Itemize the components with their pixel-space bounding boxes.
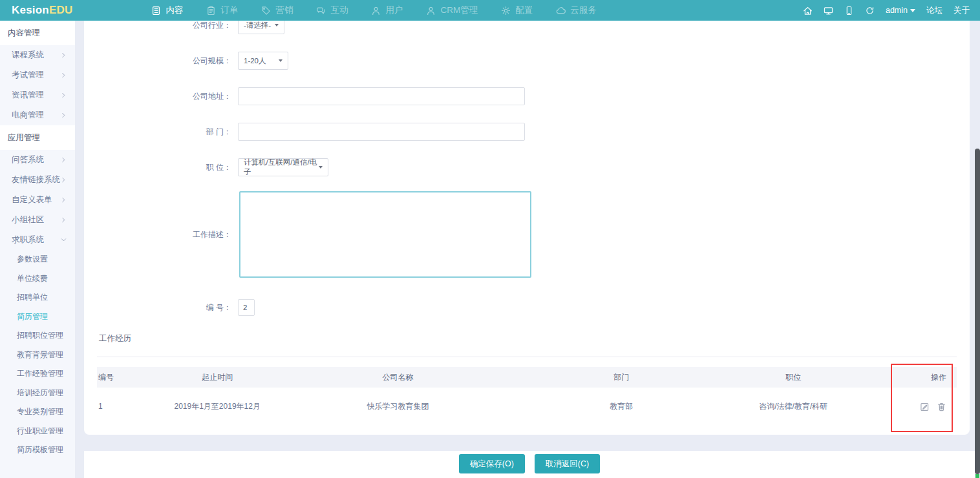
chevron-right-icon	[60, 92, 67, 99]
position-label: 职 位：	[84, 158, 231, 176]
table-header-cell-部门: 部门	[509, 372, 733, 383]
department-label: 部 门：	[84, 123, 231, 141]
sidebar-subitem-培训经历管理[interactable]: 培训经历管理	[0, 384, 75, 403]
chevron-right-icon	[60, 112, 67, 119]
resume-edit-panel: 公司行业： -请选择- 公司规模： 1-20人 公司地址： 部 门： 职 位： …	[84, 21, 970, 435]
nav-item-内容[interactable]: 内容	[151, 5, 183, 16]
table-header-cell-起止时间: 起止时间	[149, 372, 286, 383]
form-row-size: 公司规模： 1-20人	[84, 52, 970, 70]
form-row-department: 部 门：	[84, 123, 970, 141]
table-cell: 快乐学习教育集团	[286, 401, 510, 412]
table-header-cell-操作: 操作	[853, 372, 957, 383]
company-address-input[interactable]	[238, 87, 525, 105]
company-size-value: 1-20人	[244, 56, 266, 66]
nav-item-营销[interactable]: 营销	[261, 5, 293, 16]
job-description-textarea[interactable]	[239, 191, 531, 278]
sidebar-subitem-参数设置[interactable]: 参数设置	[0, 250, 75, 269]
sidebar-item-资讯管理[interactable]: 资讯管理	[0, 85, 75, 105]
home-icon[interactable]	[803, 6, 813, 16]
department-input[interactable]	[238, 123, 525, 141]
sidebar-subitem-单位续费[interactable]: 单位续费	[0, 269, 75, 289]
scrollbar-thumb[interactable]	[975, 149, 980, 474]
scrollbar-tip	[975, 474, 979, 478]
save-button[interactable]: 确定保存(O)	[459, 454, 525, 473]
position-select[interactable]: 计算机/互联网/通信/电子	[238, 158, 328, 176]
form-row-position: 职 位： 计算机/互联网/通信/电子	[84, 158, 970, 176]
position-value: 计算机/互联网/通信/电子	[244, 158, 319, 177]
chevron-right-icon	[60, 156, 67, 163]
company-address-label: 公司地址：	[84, 87, 231, 105]
cloud-icon	[556, 6, 566, 16]
sidebar-subitem-教育背景管理[interactable]: 教育背景管理	[0, 346, 75, 365]
sidebar-item-友情链接系统[interactable]: 友情链接系统	[0, 170, 75, 190]
sidebar-section-应用管理: 应用管理	[0, 125, 75, 150]
company-size-label: 公司规模：	[84, 52, 231, 70]
admin-label: admin	[886, 6, 908, 15]
sidebar-subitem-招聘单位[interactable]: 招聘单位	[0, 288, 75, 307]
tag-icon	[261, 6, 271, 16]
divider	[97, 357, 957, 357]
work-history-table: 编号起止时间公司名称部门职位操作 12019年1月至2019年12月快乐学习教育…	[97, 367, 957, 425]
sidebar-subitem-简历管理[interactable]: 简历管理	[0, 307, 75, 327]
sidebar-subitem-工作经验管理[interactable]: 工作经验管理	[0, 364, 75, 384]
edit-icon[interactable]	[920, 402, 930, 411]
refresh-icon[interactable]	[865, 6, 875, 16]
nav-item-云服务[interactable]: 云服务	[556, 5, 597, 16]
caret-down-icon	[910, 9, 915, 12]
sidebar-subitem-简历模板管理[interactable]: 简历模板管理	[0, 441, 75, 460]
crm-user-icon	[426, 6, 436, 16]
navbar-right: admin 论坛 关于	[803, 0, 970, 21]
job-description-label: 工作描述：	[84, 191, 231, 278]
table-body: 12019年1月至2019年12月快乐学习教育集团教育部咨询/法律/教育/科研	[97, 388, 957, 425]
form-footer: 确定保存(O) 取消返回(C)	[84, 451, 975, 478]
logo-brand: Kesion	[12, 4, 49, 16]
sidebar-section-内容管理: 内容管理	[0, 21, 75, 45]
chevron-right-icon	[60, 52, 67, 59]
number-label: 编 号：	[84, 299, 231, 316]
table-actions-cell	[853, 402, 957, 411]
nav-item-用户[interactable]: 用户	[371, 5, 403, 16]
table-header-cell-职位: 职位	[733, 372, 853, 383]
sidebar-item-课程系统[interactable]: 课程系统	[0, 45, 75, 65]
number-input[interactable]	[238, 299, 255, 316]
table-header-cell-公司名称: 公司名称	[286, 372, 510, 383]
select-arrow-icon	[275, 24, 279, 26]
main-nav: 内容订单营销互动用户CRM管理配置云服务	[151, 5, 596, 16]
chevron-right-icon	[60, 176, 67, 183]
sidebar-item-求职系统[interactable]: 求职系统	[0, 230, 75, 250]
table-row: 12019年1月至2019年12月快乐学习教育集团教育部咨询/法律/教育/科研	[97, 388, 957, 425]
about-link[interactable]: 关于	[953, 5, 970, 16]
work-history-title: 工作经历	[99, 333, 131, 344]
table-cell: 教育部	[509, 401, 733, 412]
forum-link[interactable]: 论坛	[926, 5, 943, 16]
sidebar-subitem-招聘职位管理[interactable]: 招聘职位管理	[0, 326, 75, 346]
app-logo[interactable]: KesionEDU	[12, 4, 72, 17]
monitor-icon[interactable]	[824, 6, 833, 16]
table-cell: 1	[97, 402, 149, 411]
nav-item-订单[interactable]: 订单	[206, 5, 238, 16]
mobile-icon[interactable]	[844, 6, 854, 16]
sidebar-item-电商管理[interactable]: 电商管理	[0, 105, 75, 125]
sidebar-item-考试管理[interactable]: 考试管理	[0, 65, 75, 85]
clipboard-icon	[206, 6, 216, 16]
sidebar-item-问答系统[interactable]: 问答系统	[0, 150, 75, 170]
navbar-right-icons	[803, 6, 875, 16]
sidebar-subitem-行业职业管理[interactable]: 行业职业管理	[0, 422, 75, 441]
company-size-select[interactable]: 1-20人	[238, 52, 288, 70]
nav-item-配置[interactable]: 配置	[501, 5, 533, 16]
nav-item-互动[interactable]: 互动	[316, 5, 348, 16]
chevron-down-icon	[60, 236, 67, 244]
cancel-button[interactable]: 取消返回(C)	[535, 454, 600, 473]
sidebar-subitem-专业类别管理[interactable]: 专业类别管理	[0, 402, 75, 422]
sidebar-item-自定义表单[interactable]: 自定义表单	[0, 190, 75, 210]
admin-menu[interactable]: admin	[886, 6, 915, 15]
select-arrow-icon	[279, 59, 282, 62]
delete-icon[interactable]	[937, 402, 946, 411]
table-header-row: 编号起止时间公司名称部门职位操作	[97, 367, 957, 388]
select-arrow-icon	[319, 166, 323, 169]
sidebar-item-小组社区[interactable]: 小组社区	[0, 210, 75, 230]
page-scrollbar	[975, 21, 980, 478]
sidebar: 内容管理课程系统考试管理资讯管理电商管理应用管理问答系统友情链接系统自定义表单小…	[0, 21, 75, 478]
nav-item-CRM管理[interactable]: CRM管理	[426, 5, 478, 16]
form-row-description: 工作描述：	[84, 191, 970, 278]
